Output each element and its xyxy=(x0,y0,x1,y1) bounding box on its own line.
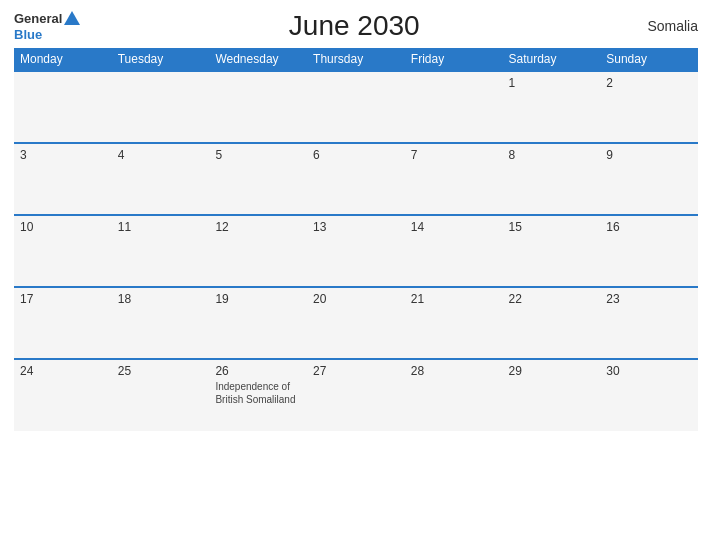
calendar-week-row: 10111213141516 xyxy=(14,215,698,287)
day-number: 3 xyxy=(20,148,106,162)
day-number: 24 xyxy=(20,364,106,378)
calendar-cell: 3 xyxy=(14,143,112,215)
day-number: 11 xyxy=(118,220,204,234)
calendar-cell: 1 xyxy=(503,71,601,143)
day-number: 13 xyxy=(313,220,399,234)
day-number: 23 xyxy=(606,292,692,306)
calendar-cell: 4 xyxy=(112,143,210,215)
day-number: 19 xyxy=(215,292,301,306)
calendar-cell: 20 xyxy=(307,287,405,359)
day-number: 8 xyxy=(509,148,595,162)
day-number: 16 xyxy=(606,220,692,234)
col-saturday: Saturday xyxy=(503,48,601,71)
day-number: 18 xyxy=(118,292,204,306)
calendar-cell: 28 xyxy=(405,359,503,431)
calendar-cell: 2 xyxy=(600,71,698,143)
calendar-cell: 5 xyxy=(209,143,307,215)
calendar-week-row: 17181920212223 xyxy=(14,287,698,359)
calendar-cell: 6 xyxy=(307,143,405,215)
calendar-cell: 25 xyxy=(112,359,210,431)
calendar-cell: 24 xyxy=(14,359,112,431)
calendar-cell: 16 xyxy=(600,215,698,287)
calendar-cell: 19 xyxy=(209,287,307,359)
col-friday: Friday xyxy=(405,48,503,71)
calendar-cell: 26Independence of British Somaliland xyxy=(209,359,307,431)
calendar-week-row: 242526Independence of British Somaliland… xyxy=(14,359,698,431)
calendar-cell: 21 xyxy=(405,287,503,359)
day-number: 29 xyxy=(509,364,595,378)
calendar-cell xyxy=(405,71,503,143)
day-number: 27 xyxy=(313,364,399,378)
day-number: 1 xyxy=(509,76,595,90)
calendar-table: Monday Tuesday Wednesday Thursday Friday… xyxy=(14,48,698,431)
col-wednesday: Wednesday xyxy=(209,48,307,71)
day-number: 2 xyxy=(606,76,692,90)
col-sunday: Sunday xyxy=(600,48,698,71)
day-number: 6 xyxy=(313,148,399,162)
day-number: 28 xyxy=(411,364,497,378)
calendar-cell xyxy=(112,71,210,143)
calendar-cell: 15 xyxy=(503,215,601,287)
col-tuesday: Tuesday xyxy=(112,48,210,71)
holiday-label: Independence of British Somaliland xyxy=(215,380,301,406)
calendar-cell: 13 xyxy=(307,215,405,287)
col-monday: Monday xyxy=(14,48,112,71)
calendar-cell: 10 xyxy=(14,215,112,287)
logo-general-text: General xyxy=(14,11,62,26)
calendar-cell: 7 xyxy=(405,143,503,215)
day-number: 9 xyxy=(606,148,692,162)
calendar-cell xyxy=(307,71,405,143)
calendar-week-row: 12 xyxy=(14,71,698,143)
logo-blue-text: Blue xyxy=(14,27,42,42)
day-number: 12 xyxy=(215,220,301,234)
calendar-header-row: Monday Tuesday Wednesday Thursday Friday… xyxy=(14,48,698,71)
calendar-cell: 11 xyxy=(112,215,210,287)
calendar-cell: 22 xyxy=(503,287,601,359)
calendar-title: June 2030 xyxy=(80,10,628,42)
col-thursday: Thursday xyxy=(307,48,405,71)
calendar-header: General Blue June 2030 Somalia xyxy=(14,10,698,42)
country-label: Somalia xyxy=(628,18,698,34)
day-number: 22 xyxy=(509,292,595,306)
day-number: 30 xyxy=(606,364,692,378)
day-number: 17 xyxy=(20,292,106,306)
calendar-cell: 9 xyxy=(600,143,698,215)
day-number: 7 xyxy=(411,148,497,162)
calendar-cell: 14 xyxy=(405,215,503,287)
calendar-week-row: 3456789 xyxy=(14,143,698,215)
day-number: 26 xyxy=(215,364,301,378)
day-number: 5 xyxy=(215,148,301,162)
logo-triangle-icon xyxy=(64,11,80,25)
calendar-cell: 8 xyxy=(503,143,601,215)
calendar-cell: 12 xyxy=(209,215,307,287)
calendar-body: 1234567891011121314151617181920212223242… xyxy=(14,71,698,431)
calendar-cell: 23 xyxy=(600,287,698,359)
day-number: 15 xyxy=(509,220,595,234)
calendar-cell: 30 xyxy=(600,359,698,431)
calendar-cell xyxy=(209,71,307,143)
day-number: 10 xyxy=(20,220,106,234)
day-number: 21 xyxy=(411,292,497,306)
calendar-cell: 27 xyxy=(307,359,405,431)
calendar-cell xyxy=(14,71,112,143)
calendar-cell: 17 xyxy=(14,287,112,359)
calendar-cell: 29 xyxy=(503,359,601,431)
day-number: 20 xyxy=(313,292,399,306)
day-number: 14 xyxy=(411,220,497,234)
calendar-cell: 18 xyxy=(112,287,210,359)
calendar-page: General Blue June 2030 Somalia Monday Tu… xyxy=(0,0,712,550)
day-number: 4 xyxy=(118,148,204,162)
logo: General Blue xyxy=(14,11,80,42)
day-number: 25 xyxy=(118,364,204,378)
